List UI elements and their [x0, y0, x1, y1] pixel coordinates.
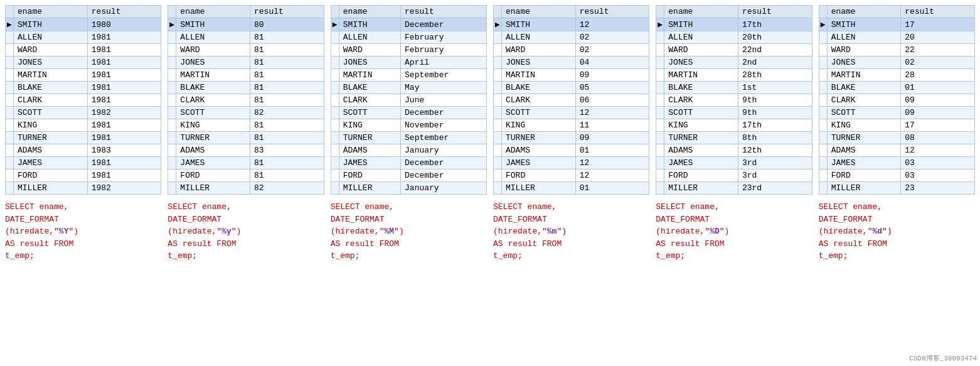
table-row[interactable]: MARTIN28	[819, 69, 974, 82]
table-row[interactable]: JAMES81	[168, 157, 324, 170]
table-row[interactable]: KING17	[819, 119, 974, 132]
table-row[interactable]: MARTIN09	[493, 69, 649, 82]
ename-cell: ALLEN	[176, 31, 250, 44]
result-cell: 81	[250, 57, 324, 69]
table-row[interactable]: JONESApril	[331, 57, 486, 69]
table-row[interactable]: JAMESDecember	[331, 157, 486, 170]
table-row[interactable]: MILLER23rd	[656, 182, 812, 195]
table-row[interactable]: KING1981	[6, 119, 161, 132]
table-row[interactable]: MILLER23	[819, 182, 974, 195]
table-row[interactable]: JAMES1981	[6, 157, 161, 170]
table-row[interactable]: KING81	[168, 119, 324, 132]
table-row[interactable]: FORD12	[493, 170, 649, 182]
table-row[interactable]: BLAKE1st	[656, 82, 812, 94]
table-row[interactable]: BLAKE05	[493, 82, 649, 94]
table-row[interactable]: ADAMS01	[493, 144, 649, 157]
table-row[interactable]: KINGNovember	[331, 119, 486, 132]
ename-cell: SMITH	[827, 18, 901, 31]
table-row[interactable]: CLARK9th	[656, 94, 812, 107]
table-row[interactable]: KING11	[493, 119, 649, 132]
table-row[interactable]: MARTIN1981	[6, 69, 161, 82]
table-row[interactable]: FORD3rd	[656, 170, 812, 182]
table-row[interactable]: WARDFebruary	[331, 44, 486, 57]
table-row[interactable]: ADAMS83	[168, 144, 324, 157]
table-row[interactable]: ADAMSJanuary	[331, 144, 486, 157]
table-row[interactable]: SCOTT1982	[6, 107, 161, 119]
table-row[interactable]: BLAKEMay	[331, 82, 486, 94]
table-row[interactable]: TURNER81	[168, 132, 324, 144]
table-row[interactable]: MILLERJanuary	[331, 182, 486, 195]
table-row[interactable]: SCOTT09	[819, 107, 974, 119]
row-arrow	[331, 144, 339, 157]
table-row[interactable]: TURNER08	[819, 132, 974, 144]
table-row[interactable]: ▶SMITH17th	[656, 18, 812, 31]
table-row[interactable]: JONES02	[819, 57, 974, 69]
table-row[interactable]: ADAMS12	[819, 144, 974, 157]
table-row[interactable]: CLARK09	[819, 94, 974, 107]
table-row[interactable]: BLAKE81	[168, 82, 324, 94]
table-row[interactable]: ALLEN81	[168, 31, 324, 44]
table-row[interactable]: WARD81	[168, 44, 324, 57]
result-cell: 1981	[87, 44, 161, 57]
table-row[interactable]: ALLEN1981	[6, 31, 161, 44]
table-row[interactable]: ▶SMITH12	[493, 18, 649, 31]
result-cell: 02	[575, 31, 649, 44]
table-row[interactable]: WARD22	[819, 44, 974, 57]
table-row[interactable]: WARD02	[493, 44, 649, 57]
table-row[interactable]: FORDDecember	[331, 170, 486, 182]
table-row[interactable]: FORD81	[168, 170, 324, 182]
table-row[interactable]: JAMES3rd	[656, 157, 812, 170]
ename-cell: WARD	[176, 44, 250, 57]
table-row[interactable]: ALLENFebruary	[331, 31, 486, 44]
table-row[interactable]: SCOTT9th	[656, 107, 812, 119]
table-row[interactable]: SCOTTDecember	[331, 107, 486, 119]
table-row[interactable]: TURNER09	[493, 132, 649, 144]
row-arrow	[493, 44, 501, 57]
table-row[interactable]: TURNER1981	[6, 132, 161, 144]
ename-cell: CLARK	[176, 94, 250, 107]
table-row[interactable]: ▶SMITH17	[819, 18, 974, 31]
table-row[interactable]: JONES2nd	[656, 57, 812, 69]
result-cell: 12	[575, 18, 649, 31]
table-row[interactable]: FORD1981	[6, 170, 161, 182]
table-row[interactable]: ADAMS1983	[6, 144, 161, 157]
ename-cell: ADAMS	[339, 144, 400, 157]
table-row[interactable]: JONES81	[168, 57, 324, 69]
table-row[interactable]: MARTIN81	[168, 69, 324, 82]
table-row[interactable]: ▶SMITH80	[168, 18, 324, 31]
table-row[interactable]: CLARK06	[493, 94, 649, 107]
table-row[interactable]: FORD03	[819, 170, 974, 182]
table-row[interactable]: JAMES03	[819, 157, 974, 170]
table-row[interactable]: BLAKE1981	[6, 82, 161, 94]
result-cell: 01	[901, 82, 975, 94]
table-row[interactable]: JAMES12	[493, 157, 649, 170]
table-row[interactable]: SCOTT82	[168, 107, 324, 119]
table-row[interactable]: CLARKJune	[331, 94, 486, 107]
table-row[interactable]: MILLER1982	[6, 182, 161, 195]
table-row[interactable]: CLARK1981	[6, 94, 161, 107]
table-row[interactable]: MILLER82	[168, 182, 324, 195]
table-row[interactable]: MILLER01	[493, 182, 649, 195]
table-row[interactable]: ALLEN20th	[656, 31, 812, 44]
row-arrow	[331, 82, 339, 94]
table-row[interactable]: ADAMS12th	[656, 144, 812, 157]
table-row[interactable]: ALLEN02	[493, 31, 649, 44]
table-row[interactable]: ▶SMITH1980	[6, 18, 161, 31]
table-row[interactable]: JONES1981	[6, 57, 161, 69]
table-row[interactable]: BLAKE01	[819, 82, 974, 94]
table-row[interactable]: ALLEN20	[819, 31, 974, 44]
ename-cell: CLARK	[339, 94, 400, 107]
table-row[interactable]: MARTIN28th	[656, 69, 812, 82]
table-row[interactable]: JONES04	[493, 57, 649, 69]
row-arrow	[656, 94, 664, 107]
table-row[interactable]: SCOTT12	[493, 107, 649, 119]
table-row[interactable]: TURNERSeptember	[331, 132, 486, 144]
table-row[interactable]: ▶SMITHDecember	[331, 18, 486, 31]
ename-cell: SMITH	[14, 18, 88, 31]
table-row[interactable]: CLARK81	[168, 94, 324, 107]
table-row[interactable]: MARTINSeptember	[331, 69, 486, 82]
table-row[interactable]: KING17th	[656, 119, 812, 132]
table-row[interactable]: WARD22nd	[656, 44, 812, 57]
table-row[interactable]: TURNER8th	[656, 132, 812, 144]
table-row[interactable]: WARD1981	[6, 44, 161, 57]
